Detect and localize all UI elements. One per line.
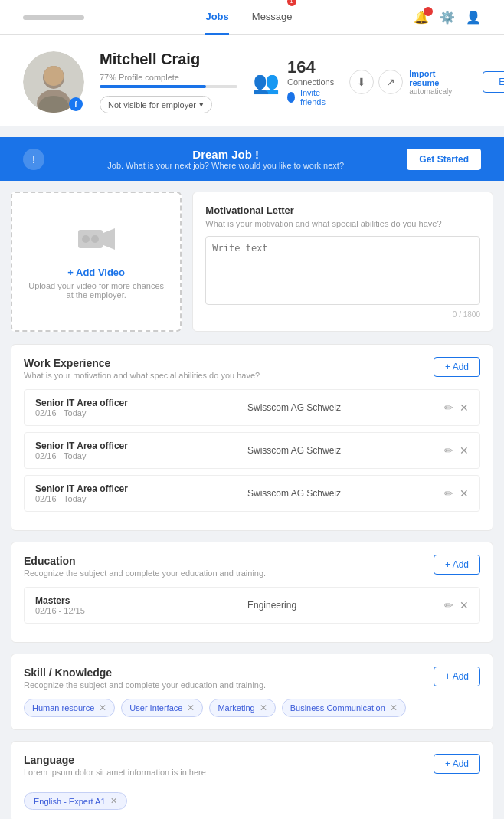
work-experience-subtitle: What is your motivation and what special… xyxy=(24,371,260,380)
delete-work-0[interactable]: ✕ xyxy=(460,401,469,414)
work-item-company-1: Swisscom AG Schweiz xyxy=(247,445,444,456)
work-item-company-0: Swisscom AG Schweiz xyxy=(247,402,444,413)
language-tag-0: English - Expert A1 ✕ xyxy=(24,792,127,810)
edit-work-1[interactable]: ✏ xyxy=(444,444,453,457)
edit-work-2[interactable]: ✏ xyxy=(444,487,453,500)
remove-skill-0[interactable]: ✕ xyxy=(99,703,106,713)
work-experience-list: Senior IT Area officer 02/16 - Today Swi… xyxy=(24,389,480,512)
tab-jobs[interactable]: Jobs xyxy=(205,0,228,35)
remove-skill-2[interactable]: ✕ xyxy=(260,703,267,713)
work-item-date-1: 02/16 - Today xyxy=(35,451,232,460)
motivational-title: Motivational Letter xyxy=(205,205,480,216)
education-item-title-0: Masters xyxy=(35,595,232,606)
work-item-left-1: Senior IT Area officer 02/16 - Today xyxy=(35,441,232,460)
edit-button[interactable]: Edit xyxy=(483,71,504,93)
add-skill-button[interactable]: + Add xyxy=(434,667,480,686)
remove-language-0[interactable]: ✕ xyxy=(110,796,117,806)
video-motivational-row: + Add Video Upload your video for more c… xyxy=(11,192,493,332)
get-started-button[interactable]: Get Started xyxy=(407,149,481,170)
skill-tag-1: User Interface ✕ xyxy=(121,699,203,717)
work-item-date-2: 02/16 - Today xyxy=(35,494,232,503)
language-title: Language xyxy=(24,754,206,766)
message-badge: 1 xyxy=(287,0,296,6)
language-header: Language Lorem ipsum dolor sit amet info… xyxy=(24,754,480,777)
remove-skill-1[interactable]: ✕ xyxy=(187,703,195,713)
import-sub: automaticaly xyxy=(409,87,452,96)
work-experience-header: Work Experience What is your motivation … xyxy=(24,357,480,380)
connections-block: 👥 164 Connections Invite friends xyxy=(253,57,334,106)
import-block: ⬇ ↗ Import resume automaticaly xyxy=(349,69,452,96)
education-header: Education Recognize the subject and comp… xyxy=(24,555,480,578)
motivational-textarea[interactable] xyxy=(205,236,480,305)
work-item-left-0: Senior IT Area officer 02/16 - Today xyxy=(35,398,232,418)
dream-subtitle: Job. What is your next job? Where would … xyxy=(55,161,396,170)
svg-point-7 xyxy=(91,235,99,243)
invite-link[interactable]: Invite friends xyxy=(300,88,334,106)
work-item-date-0: 02/16 - Today xyxy=(35,408,232,418)
skill-tags: Human resource ✕ User Interface ✕ Market… xyxy=(24,699,480,717)
delete-work-1[interactable]: ✕ xyxy=(460,444,469,457)
language-info: Language Lorem ipsum dolor sit amet info… xyxy=(24,754,206,777)
settings-icon[interactable]: ⚙️ xyxy=(440,10,455,25)
nav-icon-group: 🔔 ⚙️ 👤 xyxy=(414,10,481,25)
skill-label-3: Business Communication xyxy=(290,703,385,713)
skill-label-1: User Interface xyxy=(129,703,182,713)
char-count: 0 / 1800 xyxy=(205,310,480,319)
avatar: f xyxy=(23,51,84,113)
add-education-button[interactable]: + Add xyxy=(434,555,480,575)
work-experience-info: Work Experience What is your motivation … xyxy=(24,357,260,380)
motivational-card: Motivational Letter What is your motivat… xyxy=(192,192,493,332)
add-language-button[interactable]: + Add xyxy=(434,754,480,774)
bell-icon[interactable]: 🔔 xyxy=(414,10,429,25)
progress-label: 77% Profile complete xyxy=(100,73,237,82)
skills-subtitle: Recognize the subject and complete your … xyxy=(24,680,266,690)
language-section: Language Lorem ipsum dolor sit amet info… xyxy=(11,741,493,819)
connections-icon: 👥 xyxy=(253,70,280,95)
work-item-title-0: Senior IT Area officer xyxy=(35,398,232,408)
import-label[interactable]: Import resume xyxy=(409,69,452,87)
delete-education-0[interactable]: ✕ xyxy=(460,599,469,611)
import-icons: ⬇ ↗ xyxy=(349,70,403,94)
work-item-company-2: Swisscom AG Schweiz xyxy=(247,488,444,499)
skills-section: Skill / Knowledge Recognize the subject … xyxy=(11,654,493,730)
language-subtitle: Lorem ipsum dolor sit amet information i… xyxy=(24,768,206,777)
edit-education-0[interactable]: ✏ xyxy=(444,599,453,611)
work-item-left-2: Senior IT Area officer 02/16 - Today xyxy=(35,483,232,503)
edit-work-0[interactable]: ✏ xyxy=(444,401,453,414)
work-item: Senior IT Area officer 02/16 - Today Swi… xyxy=(24,389,480,426)
work-item-actions-1: ✏ ✕ xyxy=(444,444,469,457)
user-icon[interactable]: 👤 xyxy=(466,10,481,25)
facebook-badge[interactable]: f xyxy=(69,97,83,111)
video-card: + Add Video Upload your video for more c… xyxy=(11,192,182,332)
connections-count: 164 xyxy=(287,57,334,77)
work-item-title-2: Senior IT Area officer xyxy=(35,483,232,494)
svg-marker-8 xyxy=(103,228,115,250)
skills-info: Skill / Knowledge Recognize the subject … xyxy=(24,667,266,690)
svg-point-6 xyxy=(82,235,90,243)
remove-skill-3[interactable]: ✕ xyxy=(390,703,398,713)
svg-point-3 xyxy=(44,66,64,86)
education-section: Education Recognize the subject and comp… xyxy=(11,542,493,643)
work-item: Senior IT Area officer 02/16 - Today Swi… xyxy=(24,432,480,469)
skills-header: Skill / Knowledge Recognize the subject … xyxy=(24,667,480,690)
dream-text: Dream Job ! Job. What is your next job? … xyxy=(55,148,396,170)
profile-info: Mitchell Craig 77% Profile complete Not … xyxy=(100,51,237,113)
share-icon[interactable]: ↗ xyxy=(378,70,403,94)
progress-fill xyxy=(100,85,206,88)
connections-label: Connections xyxy=(287,77,334,87)
add-video-button[interactable]: + Add Video xyxy=(67,267,125,278)
work-experience-title: Work Experience xyxy=(24,357,260,369)
education-item-left-0: Masters 02/16 - 12/15 xyxy=(35,595,232,615)
education-item-date-0: 02/16 - 12/15 xyxy=(35,606,232,615)
add-work-button[interactable]: + Add xyxy=(434,357,480,377)
skills-title: Skill / Knowledge xyxy=(24,667,266,679)
education-item: Masters 02/16 - 12/15 Engineering ✏ ✕ xyxy=(24,587,480,624)
visibility-button[interactable]: Not visible for employer ▾ xyxy=(100,96,212,113)
tab-message[interactable]: Message 1 xyxy=(252,0,293,35)
education-item-field-0: Engineering xyxy=(247,600,444,611)
video-camera-icon xyxy=(78,224,115,260)
work-experience-section: Work Experience What is your motivation … xyxy=(11,344,493,531)
download-icon[interactable]: ⬇ xyxy=(349,70,374,94)
visibility-selector[interactable]: Not visible for employer ▾ xyxy=(100,96,237,113)
delete-work-2[interactable]: ✕ xyxy=(460,487,469,500)
